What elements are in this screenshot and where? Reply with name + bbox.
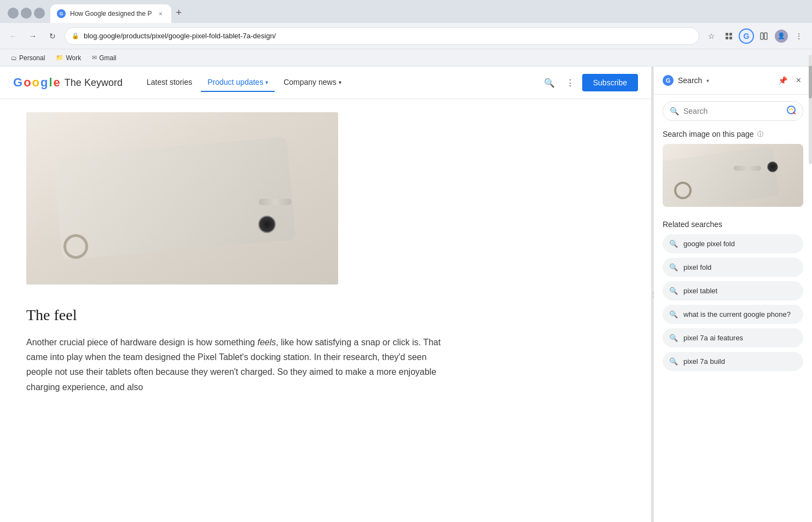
avatar-image: 👤 (775, 30, 788, 43)
search-icon: 🔍 (669, 357, 678, 366)
lens-icon[interactable] (786, 105, 796, 117)
article-body-text: Another crucial piece of hardware design… (26, 335, 444, 395)
related-search-item-2[interactable]: 🔍 pixel tablet (663, 281, 803, 300)
address-bar[interactable]: 🔒 (65, 27, 699, 45)
tab-close-button[interactable]: × (156, 9, 165, 18)
article-hero-image (26, 112, 338, 285)
google-panel-icon: G (663, 75, 674, 86)
extensions-button[interactable] (721, 28, 736, 44)
related-search-item-3[interactable]: 🔍 what is the current google phone? (663, 305, 803, 324)
refresh-button[interactable]: ↻ (45, 28, 60, 44)
chrome-menu-button[interactable]: ⋮ (791, 28, 807, 44)
tab-bar: − □ × G How Google designed the P × + (0, 0, 812, 23)
folder-icon: 📁 (56, 54, 63, 61)
toolbar-icons: ☆ G 👤 (704, 28, 807, 44)
search-box: 🔍 (663, 101, 803, 121)
new-tab-button[interactable]: + (173, 7, 184, 23)
split-screen-button[interactable] (756, 28, 772, 44)
subscribe-button[interactable]: Subscribe (582, 74, 638, 91)
tab-favicon: G (57, 9, 66, 18)
resize-handle[interactable] (651, 67, 653, 522)
google-lens-button[interactable]: G (739, 28, 754, 44)
page-area: G o o g l e The Keyword Latest stories P… (0, 67, 812, 522)
search-icon: 🔍 (669, 310, 678, 318)
info-icon[interactable]: ⓘ (757, 130, 763, 138)
nav-company-news[interactable]: Company news ▾ (277, 73, 348, 92)
dropdown-chevron-icon: ▾ (265, 79, 268, 85)
svg-rect-0 (726, 33, 728, 36)
nav-search-icon[interactable]: 🔍 (541, 74, 558, 91)
article-section-title: The feel (26, 306, 444, 324)
nav-product-updates[interactable]: Product updates ▾ (201, 73, 275, 92)
search-box-input[interactable] (683, 107, 782, 115)
panel-close-button[interactable]: × (794, 73, 803, 88)
tablet-body (54, 137, 295, 260)
related-search-item-1[interactable]: 🔍 pixel fold (663, 258, 803, 277)
bookmark-button[interactable]: ☆ (704, 28, 719, 44)
bookmark-personal-label: Personal (19, 54, 45, 62)
browser-window: − □ × G How Google designed the P × + ← … (0, 0, 812, 522)
tablet-ring (63, 234, 88, 259)
folder-icon: 🗂 (11, 55, 17, 61)
svg-rect-4 (761, 33, 763, 39)
search-icon: 🔍 (669, 240, 678, 248)
preview-ring (674, 182, 692, 199)
window-controls: − □ × (4, 8, 48, 23)
forward-button[interactable]: → (25, 28, 40, 44)
svg-rect-2 (726, 37, 728, 39)
panel-dropdown-icon[interactable]: ▾ (706, 78, 709, 84)
search-image-section: Search image on this page ⓘ (654, 127, 812, 213)
svg-rect-1 (729, 33, 732, 36)
search-icon: 🔍 (669, 263, 678, 271)
search-preview-image[interactable] (663, 144, 803, 207)
side-panel: G Search ▾ 📌 × 🔍 (653, 67, 812, 522)
bookmark-gmail-label: Gmail (99, 54, 116, 62)
svg-rect-3 (729, 37, 732, 39)
side-panel-title: Search (678, 76, 702, 85)
bookmark-personal[interactable]: 🗂 Personal (7, 52, 49, 64)
side-panel-body: 🔍 Search image on (654, 95, 812, 522)
logo-g2: g (40, 76, 48, 90)
hero-image-inner (26, 112, 338, 285)
logo-o1: o (24, 76, 31, 90)
dropdown-chevron-icon: ▾ (339, 79, 341, 85)
related-search-item-0[interactable]: 🔍 google pixel fold (663, 234, 803, 253)
logo-g: G (13, 76, 22, 90)
related-search-item-5[interactable]: 🔍 pixel 7a build (663, 352, 803, 371)
bookmark-gmail[interactable]: ✉ Gmail (88, 52, 120, 64)
logo-e: e (54, 76, 60, 90)
tablet-camera (258, 216, 276, 233)
back-button[interactable]: ← (5, 28, 21, 44)
main-content: G o o g l e The Keyword Latest stories P… (0, 67, 651, 522)
active-tab[interactable]: G How Google designed the P × (50, 4, 171, 23)
nav-latest-stories[interactable]: Latest stories (140, 73, 199, 92)
related-search-text-5: pixel 7a build (683, 357, 725, 366)
search-box-icon: 🔍 (670, 107, 679, 115)
minimize-button[interactable]: − (8, 8, 19, 19)
side-panel-header: G Search ▾ 📌 × (654, 67, 812, 95)
bookmarks-bar: 🗂 Personal 📁 Work ✉ Gmail (0, 49, 812, 67)
google-logo: G o o g l e (13, 76, 60, 90)
svg-rect-5 (764, 33, 767, 39)
profile-avatar[interactable]: 👤 (774, 28, 789, 44)
gmail-icon: ✉ (92, 54, 97, 61)
nav-actions: 🔍 ⋮ Subscribe (541, 74, 638, 91)
nav-links: Latest stories Product updates ▾ Company… (140, 73, 541, 92)
preview-tablet-camera (767, 161, 778, 172)
close-window-button[interactable]: × (34, 8, 45, 19)
nav-more-icon[interactable]: ⋮ (562, 74, 578, 91)
related-searches-title: Related searches (663, 220, 803, 229)
bookmark-work-label: Work (66, 54, 81, 62)
article-area: The feel Another crucial piece of hardwa… (0, 99, 471, 416)
maximize-button[interactable]: □ (21, 8, 32, 19)
url-input[interactable] (84, 32, 692, 40)
related-search-text-0: google pixel fold (683, 240, 735, 248)
security-icon: 🔒 (72, 32, 79, 39)
site-name: The Keyword (65, 77, 123, 89)
related-search-text-3: what is the current google phone? (683, 310, 791, 318)
panel-pin-button[interactable]: 📌 (776, 74, 790, 87)
bookmark-work[interactable]: 📁 Work (51, 52, 85, 64)
related-search-item-4[interactable]: 🔍 pixel 7a ai features (663, 328, 803, 347)
related-search-text-4: pixel 7a ai features (683, 334, 743, 342)
related-search-text-1: pixel fold (683, 263, 711, 271)
